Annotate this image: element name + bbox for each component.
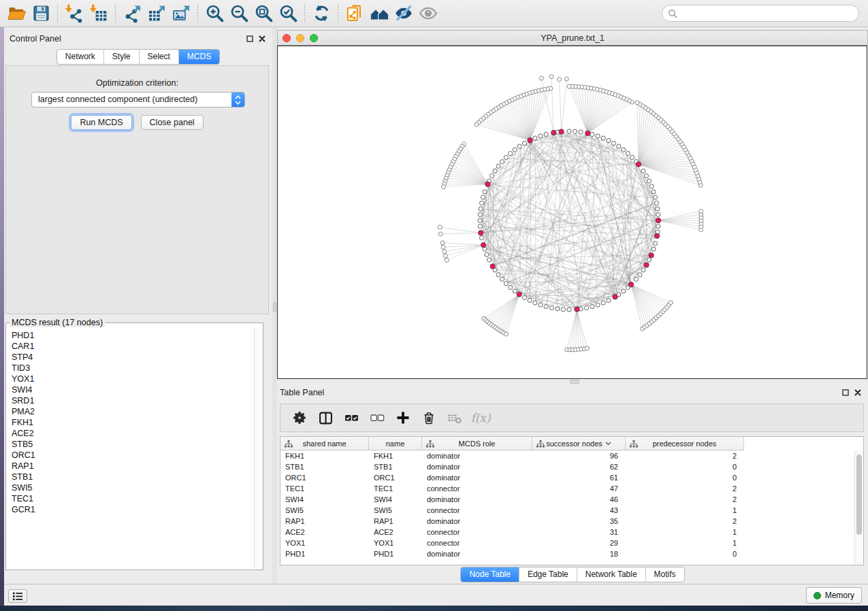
open-folder-button[interactable] [4,3,29,24]
export-table-button[interactable] [144,3,169,24]
zoom-selected-button[interactable] [276,3,300,24]
table-row[interactable]: YOX1YOX1connector291 [280,538,854,548]
tab-style[interactable]: Style [104,50,140,64]
mcds-result-item[interactable]: CAR1 [12,341,253,352]
select-all-button[interactable] [340,407,362,429]
home-networks-icon [369,3,390,23]
import-table-button[interactable] [86,3,111,24]
float-panel-icon[interactable] [246,35,253,42]
bottom-panel-toggle-button[interactable] [8,589,27,603]
delete-button[interactable] [418,407,440,429]
float-table-panel-icon[interactable] [842,389,849,396]
mcds-result-item[interactable]: TID3 [12,363,253,374]
desktop-background-bottom [0,606,868,611]
cell-successor_nodes: 61 [532,472,626,483]
minimize-window-button[interactable] [296,34,304,42]
hide-selected-button[interactable] [391,3,416,24]
table-row[interactable]: PHD1PHD1dominator180 [280,548,854,559]
tab-mcds[interactable]: MCDS [179,50,219,64]
mcds-result-item[interactable]: ORC1 [12,450,253,461]
table-row[interactable]: SWI5SWI5connector431 [280,505,854,516]
mcds-result-item[interactable]: SRD1 [12,395,253,406]
mcds-result-item[interactable]: ACE2 [12,428,253,439]
gear-button[interactable] [289,407,310,429]
cell-name: SWI5 [369,505,422,516]
column-header-successor-nodes[interactable]: successor nodes [532,437,626,450]
table-row[interactable]: STB1STB1dominator620 [280,461,854,472]
home-networks-button[interactable] [367,3,391,24]
column-header-MCDS-role[interactable]: MCDS role [422,437,532,450]
table-row[interactable]: ORC1ORC1dominator610 [280,472,854,483]
new-network-from-selection-button[interactable] [342,3,367,24]
mcds-result-list[interactable]: PHD1CAR1STP4TID3YOX1SWI4SRD1PMA2FKH1ACE2… [7,329,253,568]
table-row[interactable]: RAP1RAP1dominator352 [280,516,854,527]
horizontal-splitter-grip[interactable] [570,380,579,384]
column-header-name[interactable]: name [369,437,422,450]
mcds-list-scrollbar[interactable] [254,329,262,568]
memory-button[interactable]: Memory [806,587,862,604]
mcds-result-item[interactable]: PMA2 [12,406,253,417]
columns-button[interactable] [315,407,336,429]
column-header-predecessor-nodes[interactable]: predecessor nodes [626,437,744,450]
column-header-shared-name[interactable]: shared name [280,437,369,450]
mcds-panel: Optimization criterion: largest connecte… [5,65,269,314]
mcds-result-item[interactable]: RAP1 [12,461,253,472]
table-row[interactable]: ACE2ACE2connector311 [280,527,854,538]
mcds-result-item[interactable]: STP4 [12,352,253,363]
select-all-icon [344,412,359,425]
tab-node-table[interactable]: Node Table [461,567,519,582]
mcds-result-item[interactable]: YOX1 [12,374,253,384]
cell-mcds_role: dominator [422,516,532,527]
mcds-result-item[interactable]: STB1 [12,472,253,482]
table-panel-title: Table Panel [280,388,842,397]
cell-predecessor_nodes: 0 [626,472,744,483]
search-input[interactable] [677,7,858,20]
tab-motifs[interactable]: Motifs [646,567,684,582]
deselect-all-button[interactable] [366,407,388,429]
tab-network[interactable]: Network [57,50,104,64]
close-panel-icon[interactable] [259,35,266,42]
cell-predecessor_nodes: 0 [626,548,744,559]
network-canvas[interactable] [277,46,867,379]
column-label: shared name [302,440,346,448]
tab-select[interactable]: Select [140,50,179,64]
table-row[interactable]: SWI4SWI4dominator462 [280,494,854,505]
refresh-button[interactable] [309,3,334,24]
close-table-panel-icon[interactable] [854,389,861,396]
search-box[interactable] [662,5,859,22]
table-scrollbar-thumb[interactable] [856,455,862,535]
mcds-result-item[interactable]: FKH1 [12,417,253,428]
show-hidden-button[interactable] [416,3,440,24]
tab-network-table[interactable]: Network Table [577,567,646,582]
mcds-result-item[interactable]: STB5 [12,439,253,450]
mcds-result-item[interactable]: SWI5 [12,482,253,493]
splitter-grip[interactable] [273,302,276,312]
save-button[interactable] [29,3,53,24]
criterion-select[interactable]: largest connected component (undirected) [31,92,245,108]
export-network-button[interactable] [120,3,144,24]
mcds-result-item[interactable]: TEC1 [12,493,253,504]
import-network-button[interactable] [62,3,86,24]
table-row[interactable]: FKH1FKH1dominator962 [280,450,854,461]
mcds-result-item[interactable]: SWI4 [12,384,253,395]
run-mcds-button[interactable]: Run MCDS [71,115,131,130]
export-image-button[interactable] [169,3,193,24]
zoom-in-button[interactable] [202,3,227,24]
mcds-result-item[interactable]: GCR1 [12,504,253,515]
mcds-result-item[interactable]: PHD1 [12,330,253,341]
tab-edge-table[interactable]: Edge Table [519,567,577,582]
chevron-down-icon [235,101,241,105]
vertical-splitter[interactable] [272,27,277,584]
cell-predecessor_nodes: 1 [626,505,744,516]
zoom-out-button[interactable] [227,3,251,24]
table-scrollbar[interactable] [854,450,863,565]
zoom-window-button[interactable] [310,34,318,42]
add-button[interactable] [392,407,414,429]
close-window-button[interactable] [283,34,291,42]
cell-successor_nodes: 31 [532,527,626,538]
toolbar-separator [304,4,305,23]
table-row[interactable]: TEC1TEC1connector472 [280,483,854,494]
zoom-fit-button[interactable] [251,3,276,24]
close-panel-button[interactable]: Close panel [141,115,204,130]
network-window-titlebar[interactable]: YPA_prune.txt_1 [277,30,868,46]
